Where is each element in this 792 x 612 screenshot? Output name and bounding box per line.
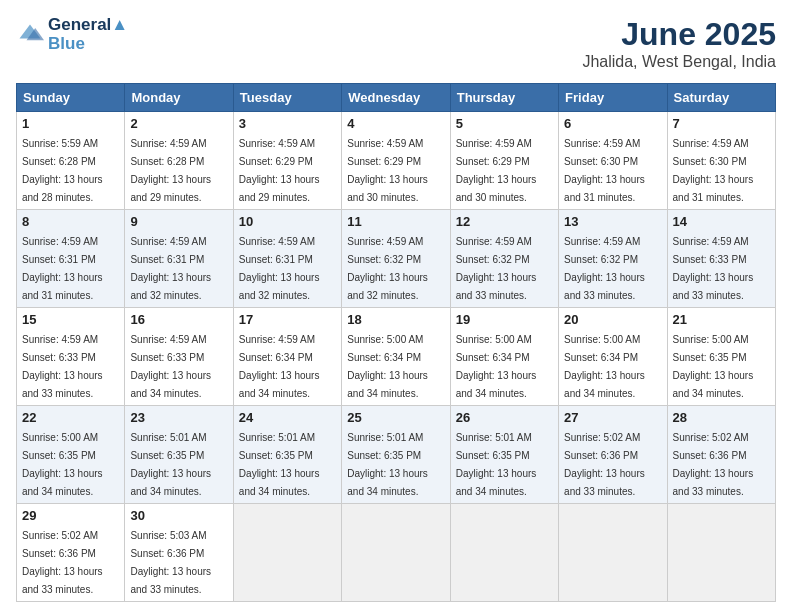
day-info: Sunrise: 4:59 AMSunset: 6:32 PMDaylight:… <box>564 236 645 301</box>
day-number: 10 <box>239 214 336 229</box>
day-info: Sunrise: 4:59 AMSunset: 6:33 PMDaylight:… <box>673 236 754 301</box>
day-number: 19 <box>456 312 553 327</box>
day-info: Sunrise: 5:00 AMSunset: 6:35 PMDaylight:… <box>673 334 754 399</box>
calendar-cell: 8 Sunrise: 4:59 AMSunset: 6:31 PMDayligh… <box>17 210 125 308</box>
day-number: 20 <box>564 312 661 327</box>
calendar-cell: 15 Sunrise: 4:59 AMSunset: 6:33 PMDaylig… <box>17 308 125 406</box>
day-info: Sunrise: 5:00 AMSunset: 6:34 PMDaylight:… <box>564 334 645 399</box>
calendar-cell: 28 Sunrise: 5:02 AMSunset: 6:36 PMDaylig… <box>667 406 775 504</box>
weekday-header-saturday: Saturday <box>667 84 775 112</box>
calendar-cell: 20 Sunrise: 5:00 AMSunset: 6:34 PMDaylig… <box>559 308 667 406</box>
month-title: June 2025 <box>582 16 776 53</box>
day-info: Sunrise: 5:59 AMSunset: 6:28 PMDaylight:… <box>22 138 103 203</box>
logo-text: General▲ Blue <box>48 16 128 53</box>
calendar-cell: 17 Sunrise: 4:59 AMSunset: 6:34 PMDaylig… <box>233 308 341 406</box>
day-info: Sunrise: 4:59 AMSunset: 6:32 PMDaylight:… <box>456 236 537 301</box>
day-info: Sunrise: 4:59 AMSunset: 6:33 PMDaylight:… <box>130 334 211 399</box>
day-number: 1 <box>22 116 119 131</box>
weekday-header-tuesday: Tuesday <box>233 84 341 112</box>
calendar-cell: 3 Sunrise: 4:59 AMSunset: 6:29 PMDayligh… <box>233 112 341 210</box>
weekday-header-sunday: Sunday <box>17 84 125 112</box>
calendar-week-row: 29 Sunrise: 5:02 AMSunset: 6:36 PMDaylig… <box>17 504 776 602</box>
calendar-cell: 19 Sunrise: 5:00 AMSunset: 6:34 PMDaylig… <box>450 308 558 406</box>
day-number: 13 <box>564 214 661 229</box>
day-info: Sunrise: 4:59 AMSunset: 6:33 PMDaylight:… <box>22 334 103 399</box>
calendar-table: SundayMondayTuesdayWednesdayThursdayFrid… <box>16 83 776 602</box>
day-info: Sunrise: 4:59 AMSunset: 6:30 PMDaylight:… <box>564 138 645 203</box>
calendar-cell: 26 Sunrise: 5:01 AMSunset: 6:35 PMDaylig… <box>450 406 558 504</box>
weekday-header-friday: Friday <box>559 84 667 112</box>
calendar-cell: 29 Sunrise: 5:02 AMSunset: 6:36 PMDaylig… <box>17 504 125 602</box>
day-number: 16 <box>130 312 227 327</box>
day-number: 17 <box>239 312 336 327</box>
calendar-header-row: SundayMondayTuesdayWednesdayThursdayFrid… <box>17 84 776 112</box>
day-info: Sunrise: 4:59 AMSunset: 6:29 PMDaylight:… <box>456 138 537 203</box>
day-number: 5 <box>456 116 553 131</box>
location-title: Jhalida, West Bengal, India <box>582 53 776 71</box>
day-info: Sunrise: 5:00 AMSunset: 6:34 PMDaylight:… <box>347 334 428 399</box>
day-number: 3 <box>239 116 336 131</box>
day-info: Sunrise: 4:59 AMSunset: 6:31 PMDaylight:… <box>130 236 211 301</box>
day-number: 4 <box>347 116 444 131</box>
calendar-cell <box>450 504 558 602</box>
calendar-cell: 2 Sunrise: 4:59 AMSunset: 6:28 PMDayligh… <box>125 112 233 210</box>
day-number: 6 <box>564 116 661 131</box>
calendar-cell: 27 Sunrise: 5:02 AMSunset: 6:36 PMDaylig… <box>559 406 667 504</box>
weekday-header-thursday: Thursday <box>450 84 558 112</box>
day-info: Sunrise: 5:01 AMSunset: 6:35 PMDaylight:… <box>130 432 211 497</box>
calendar-body: 1 Sunrise: 5:59 AMSunset: 6:28 PMDayligh… <box>17 112 776 602</box>
calendar-cell: 10 Sunrise: 4:59 AMSunset: 6:31 PMDaylig… <box>233 210 341 308</box>
day-info: Sunrise: 4:59 AMSunset: 6:31 PMDaylight:… <box>239 236 320 301</box>
day-number: 23 <box>130 410 227 425</box>
day-info: Sunrise: 5:03 AMSunset: 6:36 PMDaylight:… <box>130 530 211 595</box>
calendar-cell: 24 Sunrise: 5:01 AMSunset: 6:35 PMDaylig… <box>233 406 341 504</box>
day-info: Sunrise: 5:02 AMSunset: 6:36 PMDaylight:… <box>564 432 645 497</box>
calendar-cell: 18 Sunrise: 5:00 AMSunset: 6:34 PMDaylig… <box>342 308 450 406</box>
logo: General▲ Blue <box>16 16 128 53</box>
day-number: 27 <box>564 410 661 425</box>
day-info: Sunrise: 5:01 AMSunset: 6:35 PMDaylight:… <box>456 432 537 497</box>
day-info: Sunrise: 4:59 AMSunset: 6:32 PMDaylight:… <box>347 236 428 301</box>
calendar-cell: 5 Sunrise: 4:59 AMSunset: 6:29 PMDayligh… <box>450 112 558 210</box>
day-number: 22 <box>22 410 119 425</box>
calendar-cell: 11 Sunrise: 4:59 AMSunset: 6:32 PMDaylig… <box>342 210 450 308</box>
calendar-cell <box>233 504 341 602</box>
calendar-cell: 6 Sunrise: 4:59 AMSunset: 6:30 PMDayligh… <box>559 112 667 210</box>
day-info: Sunrise: 5:01 AMSunset: 6:35 PMDaylight:… <box>239 432 320 497</box>
calendar-cell: 9 Sunrise: 4:59 AMSunset: 6:31 PMDayligh… <box>125 210 233 308</box>
day-info: Sunrise: 5:00 AMSunset: 6:34 PMDaylight:… <box>456 334 537 399</box>
calendar-cell <box>667 504 775 602</box>
day-number: 21 <box>673 312 770 327</box>
day-number: 24 <box>239 410 336 425</box>
calendar-cell: 16 Sunrise: 4:59 AMSunset: 6:33 PMDaylig… <box>125 308 233 406</box>
calendar-cell: 22 Sunrise: 5:00 AMSunset: 6:35 PMDaylig… <box>17 406 125 504</box>
calendar-week-row: 1 Sunrise: 5:59 AMSunset: 6:28 PMDayligh… <box>17 112 776 210</box>
page-header: General▲ Blue June 2025 Jhalida, West Be… <box>16 16 776 71</box>
day-info: Sunrise: 4:59 AMSunset: 6:31 PMDaylight:… <box>22 236 103 301</box>
day-number: 18 <box>347 312 444 327</box>
day-number: 28 <box>673 410 770 425</box>
title-block: June 2025 Jhalida, West Bengal, India <box>582 16 776 71</box>
calendar-cell: 1 Sunrise: 5:59 AMSunset: 6:28 PMDayligh… <box>17 112 125 210</box>
calendar-cell: 7 Sunrise: 4:59 AMSunset: 6:30 PMDayligh… <box>667 112 775 210</box>
day-number: 15 <box>22 312 119 327</box>
day-info: Sunrise: 5:02 AMSunset: 6:36 PMDaylight:… <box>673 432 754 497</box>
day-info: Sunrise: 4:59 AMSunset: 6:28 PMDaylight:… <box>130 138 211 203</box>
day-info: Sunrise: 5:01 AMSunset: 6:35 PMDaylight:… <box>347 432 428 497</box>
day-number: 30 <box>130 508 227 523</box>
day-info: Sunrise: 5:02 AMSunset: 6:36 PMDaylight:… <box>22 530 103 595</box>
calendar-cell: 23 Sunrise: 5:01 AMSunset: 6:35 PMDaylig… <box>125 406 233 504</box>
day-number: 8 <box>22 214 119 229</box>
day-number: 29 <box>22 508 119 523</box>
calendar-week-row: 8 Sunrise: 4:59 AMSunset: 6:31 PMDayligh… <box>17 210 776 308</box>
day-info: Sunrise: 4:59 AMSunset: 6:34 PMDaylight:… <box>239 334 320 399</box>
day-number: 25 <box>347 410 444 425</box>
calendar-cell: 13 Sunrise: 4:59 AMSunset: 6:32 PMDaylig… <box>559 210 667 308</box>
day-number: 14 <box>673 214 770 229</box>
logo-icon <box>16 21 44 49</box>
calendar-cell: 12 Sunrise: 4:59 AMSunset: 6:32 PMDaylig… <box>450 210 558 308</box>
calendar-cell: 4 Sunrise: 4:59 AMSunset: 6:29 PMDayligh… <box>342 112 450 210</box>
calendar-week-row: 22 Sunrise: 5:00 AMSunset: 6:35 PMDaylig… <box>17 406 776 504</box>
day-number: 26 <box>456 410 553 425</box>
weekday-header-wednesday: Wednesday <box>342 84 450 112</box>
